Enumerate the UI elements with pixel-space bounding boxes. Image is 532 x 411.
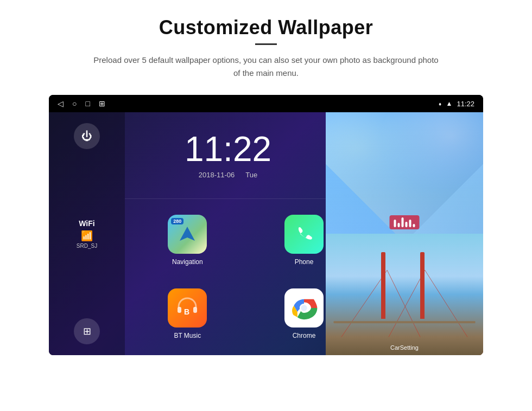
- clock-date-value: 2018-11-06: [199, 171, 235, 179]
- right-panel: CarSetting: [326, 112, 483, 355]
- svg-rect-27: [334, 321, 476, 323]
- clock-time: 11:22: [185, 132, 271, 166]
- chrome-label: Chrome: [293, 332, 316, 339]
- svg-line-24: [387, 270, 420, 337]
- nav-map-icon: [178, 224, 197, 244]
- music-bar-preview: [390, 215, 420, 229]
- wifi-info: WiFi 📶 SRD_SJ: [77, 219, 97, 249]
- wallpaper-ice[interactable]: [326, 112, 483, 234]
- status-left: ◁ ○ □ ⊞: [58, 99, 105, 108]
- svg-line-23: [341, 270, 387, 337]
- screen-content: ⏻ WiFi 📶 SRD_SJ ⊞ 11:22 2018-11-06 Tue: [49, 112, 483, 355]
- chrome-icon[interactable]: [284, 288, 324, 327]
- svg-line-26: [425, 270, 467, 337]
- eq-bar-3: [402, 217, 404, 227]
- left-sidebar: ⏻ WiFi 📶 SRD_SJ ⊞: [49, 112, 125, 355]
- phone-icon[interactable]: [284, 215, 324, 254]
- svg-text:B: B: [184, 307, 189, 316]
- svg-line-25: [389, 270, 425, 337]
- ice-texture: [326, 112, 483, 234]
- carsetting-label: CarSetting: [390, 344, 419, 351]
- device-frame: ◁ ○ □ ⊞ ⬧ ▲ 11:22 ⏻ WiFi 📶 SRD_SJ ⊞: [49, 95, 483, 355]
- bt-music-icon[interactable]: B: [168, 288, 207, 327]
- status-time: 11:22: [457, 100, 474, 108]
- page-subtitle: Preload over 5 default wallpaper options…: [92, 54, 440, 80]
- wifi-network: SRD_SJ: [77, 243, 97, 249]
- location-icon: ⬧: [438, 100, 442, 107]
- recent-icon[interactable]: □: [85, 99, 90, 108]
- navigation-icon[interactable]: 280: [168, 215, 207, 254]
- wifi-label: WiFi: [77, 219, 97, 228]
- clock-day-value: Tue: [245, 171, 257, 179]
- bt-music-label: BT Music: [174, 332, 201, 339]
- phone-label: Phone: [295, 258, 314, 266]
- apps-button[interactable]: ⊞: [74, 318, 100, 344]
- wifi-icon: ▲: [446, 100, 453, 107]
- eq-bar-2: [398, 223, 400, 227]
- clock-date: 2018-11-06 Tue: [199, 171, 257, 179]
- image-icon[interactable]: ⊞: [99, 99, 105, 108]
- title-divider: [255, 43, 277, 45]
- wallpaper-ice-inner: [326, 112, 483, 234]
- status-bar: ◁ ○ □ ⊞ ⬧ ▲ 11:22: [49, 95, 483, 112]
- home-icon[interactable]: ○: [72, 99, 77, 108]
- nav-badge: 280: [171, 218, 183, 224]
- svg-point-14: [301, 305, 307, 311]
- wifi-signal-icon: 📶: [77, 230, 97, 242]
- svg-rect-11: [193, 307, 197, 313]
- navigation-label: Navigation: [172, 258, 203, 266]
- phone-svg: [293, 223, 315, 245]
- app-item-navigation[interactable]: 280 Navigation: [134, 208, 242, 273]
- clock-area: 11:22 2018-11-06 Tue: [125, 112, 331, 198]
- eq-bar-4: [406, 222, 408, 227]
- bridge-cables: [326, 234, 483, 355]
- back-icon[interactable]: ◁: [58, 99, 64, 108]
- page-title: Customized Wallpaper: [159, 16, 373, 39]
- status-right: ⬧ ▲ 11:22: [438, 100, 474, 108]
- eq-bar-6: [413, 224, 415, 227]
- svg-rect-10: [178, 307, 181, 313]
- bridge-scene: CarSetting: [326, 234, 483, 355]
- app-item-bt-music[interactable]: B BT Music: [134, 281, 242, 346]
- power-button[interactable]: ⏻: [74, 123, 100, 149]
- eq-bar-5: [409, 220, 411, 227]
- page-container: Customized Wallpaper Preload over 5 defa…: [0, 0, 532, 411]
- chrome-svg: [290, 294, 318, 322]
- wallpaper-bridge[interactable]: CarSetting: [326, 234, 483, 355]
- eq-bar-1: [394, 220, 396, 227]
- bt-music-svg: B: [173, 294, 201, 322]
